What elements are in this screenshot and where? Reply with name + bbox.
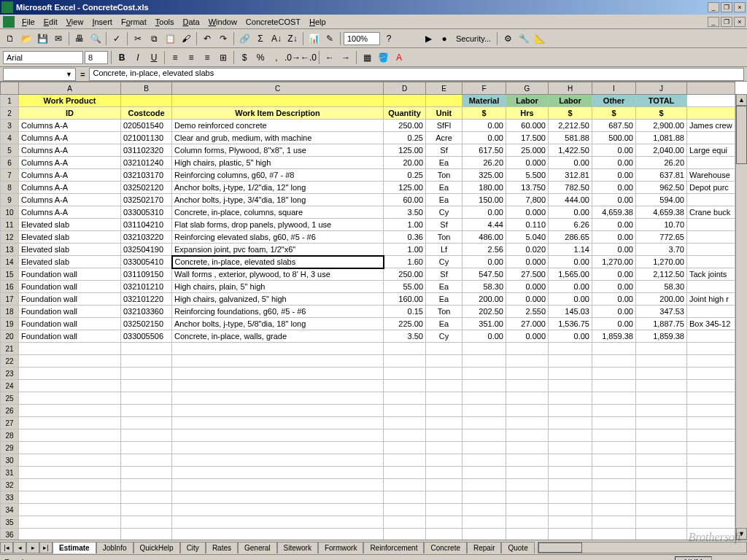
cell[interactable]: Sf — [426, 144, 462, 157]
cell[interactable] — [636, 467, 687, 479]
cell[interactable] — [121, 529, 172, 540]
cell[interactable] — [384, 392, 426, 405]
sheet-tab-general[interactable]: General — [238, 542, 277, 553]
sheet-tab-repair[interactable]: Repair — [467, 542, 501, 553]
cell[interactable] — [687, 231, 735, 244]
cell[interactable] — [172, 529, 384, 540]
cell[interactable]: 0.00 — [592, 318, 636, 330]
cell[interactable]: Reinforcing foundations, g60, #5 - #6 — [172, 306, 384, 318]
cell[interactable] — [636, 380, 687, 392]
sheet-tab-sitework[interactable]: Sitework — [277, 542, 318, 553]
cell[interactable]: Demo reinforced concrete — [172, 120, 384, 132]
cell[interactable] — [636, 343, 687, 355]
cell[interactable] — [592, 504, 636, 516]
cell[interactable]: 0.36 — [384, 231, 426, 244]
sheet-prev-button[interactable]: ◂ — [13, 542, 26, 553]
cell[interactable] — [121, 516, 172, 529]
sheet-last-button[interactable]: ▸| — [39, 542, 53, 553]
cell[interactable]: 4.44 — [462, 219, 506, 231]
cell[interactable]: 4,659.38 — [592, 206, 636, 219]
cell[interactable]: 581.88 — [549, 132, 592, 144]
formula-input[interactable]: Concrete, in-place, elevated slabs — [89, 68, 744, 81]
cell[interactable] — [462, 355, 506, 368]
cell[interactable] — [172, 516, 384, 529]
row-header-9[interactable]: 9 — [1, 194, 19, 206]
menu-insert[interactable]: Insert — [88, 16, 117, 28]
sheet-tab-jobinfo[interactable]: JobInfo — [96, 542, 133, 553]
col-header-D[interactable]: D — [384, 82, 426, 95]
cell[interactable] — [384, 405, 426, 417]
cell[interactable]: 1,270.00 — [592, 256, 636, 268]
cell[interactable] — [636, 368, 687, 380]
cell[interactable]: $ — [592, 107, 636, 120]
cell[interactable]: Flat slab forms, drop panels, plywood, 1… — [172, 219, 384, 231]
cell[interactable]: 5.040 — [506, 231, 549, 244]
row-header-29[interactable]: 29 — [1, 442, 19, 454]
cell[interactable]: 687.50 — [592, 120, 636, 132]
cell[interactable]: 150.00 — [462, 194, 506, 206]
cell[interactable] — [636, 529, 687, 540]
italic-button[interactable]: I — [131, 50, 145, 65]
doc-minimize-button[interactable]: _ — [708, 17, 719, 27]
cell[interactable]: 0.25 — [384, 132, 426, 144]
cell[interactable]: 60.000 — [506, 120, 549, 132]
cell[interactable]: Ea — [426, 194, 462, 206]
cell[interactable] — [426, 343, 462, 355]
cell[interactable] — [121, 467, 172, 479]
cell[interactable]: 032504190 — [121, 244, 172, 256]
cell[interactable]: 0.25 — [384, 169, 426, 182]
cell[interactable]: 547.50 — [462, 268, 506, 281]
cell[interactable]: 2,212.50 — [549, 120, 592, 132]
cell[interactable]: Sf — [426, 219, 462, 231]
cell[interactable] — [384, 368, 426, 380]
cell[interactable]: Columns A-A — [19, 132, 121, 144]
cell[interactable] — [462, 479, 506, 491]
cell[interactable] — [687, 380, 735, 392]
cell[interactable] — [426, 392, 462, 405]
cell[interactable] — [462, 380, 506, 392]
cell[interactable]: 26.20 — [462, 157, 506, 169]
cell[interactable] — [549, 343, 592, 355]
hyperlink-button[interactable]: 🔗 — [237, 31, 252, 46]
row-header-36[interactable]: 36 — [1, 529, 19, 540]
cell[interactable] — [506, 491, 549, 504]
cell[interactable] — [426, 467, 462, 479]
cell[interactable] — [19, 380, 121, 392]
cell[interactable] — [636, 392, 687, 405]
cell[interactable]: 0.00 — [462, 132, 506, 144]
cell[interactable] — [687, 467, 735, 479]
cell[interactable] — [19, 504, 121, 516]
decrease-indent-button[interactable]: ← — [322, 50, 337, 65]
cell[interactable]: Anchor bolts, j-type, 5/8"dia, 18" long — [172, 318, 384, 330]
row-header-27[interactable]: 27 — [1, 417, 19, 429]
row-header-8[interactable]: 8 — [1, 182, 19, 194]
cell[interactable]: Box 345-12 — [687, 318, 735, 330]
cell[interactable] — [506, 429, 549, 442]
cell[interactable]: Elevated slab — [19, 244, 121, 256]
horizontal-scrollbar[interactable] — [538, 542, 747, 553]
cell[interactable]: 032101210 — [121, 281, 172, 293]
cell[interactable]: $ — [549, 107, 592, 120]
run-macro-button[interactable]: ▶ — [421, 31, 436, 46]
row-header-31[interactable]: 31 — [1, 467, 19, 479]
cell[interactable] — [592, 454, 636, 467]
cell[interactable] — [384, 355, 426, 368]
cell[interactable] — [121, 429, 172, 442]
scroll-down-button[interactable]: ▼ — [736, 528, 747, 540]
cell[interactable] — [687, 244, 735, 256]
cell[interactable] — [549, 429, 592, 442]
design-button[interactable]: 📐 — [533, 31, 547, 46]
cell[interactable] — [19, 442, 121, 454]
cell[interactable]: 032502170 — [121, 194, 172, 206]
row-header-16[interactable]: 16 — [1, 281, 19, 293]
cell[interactable]: Quantity — [384, 107, 426, 120]
cell[interactable] — [687, 306, 735, 318]
format-painter-button[interactable]: 🖌 — [179, 31, 193, 46]
cell[interactable] — [121, 95, 172, 107]
cell[interactable] — [426, 442, 462, 454]
cell[interactable]: 500.00 — [592, 132, 636, 144]
cell[interactable] — [636, 429, 687, 442]
cell[interactable]: 020501540 — [121, 120, 172, 132]
cell[interactable] — [592, 392, 636, 405]
cell[interactable]: 0.00 — [462, 330, 506, 343]
